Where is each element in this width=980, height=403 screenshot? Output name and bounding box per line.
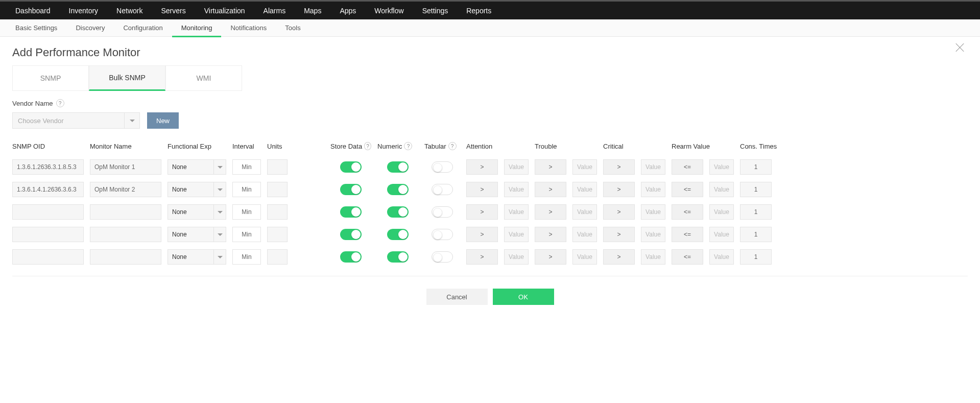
trouble-op-select[interactable]: > <box>535 249 566 265</box>
store-data-toggle[interactable] <box>340 184 362 195</box>
critical-value-input[interactable] <box>641 182 665 197</box>
rearm-value-input[interactable] <box>709 249 734 265</box>
topnav-item[interactable]: Virtualization <box>195 1 254 20</box>
snmp-oid-input[interactable] <box>12 159 84 175</box>
units-input[interactable] <box>267 249 288 265</box>
attention-op-select[interactable]: > <box>466 159 498 175</box>
tabular-toggle[interactable] <box>432 229 453 240</box>
topnav-item[interactable]: Reports <box>457 1 500 20</box>
numeric-toggle[interactable] <box>387 184 409 195</box>
topnav-item[interactable]: Workflow <box>365 1 413 20</box>
topnav-item[interactable]: Inventory <box>60 1 108 20</box>
rearm-value-input[interactable] <box>709 227 734 242</box>
attention-value-input[interactable] <box>504 182 529 197</box>
functional-exp-select[interactable]: None <box>168 204 226 220</box>
rearm-value-input[interactable] <box>709 159 734 175</box>
attention-op-select[interactable]: > <box>466 182 498 197</box>
subnav-item[interactable]: Tools <box>276 19 309 37</box>
store-data-toggle[interactable] <box>340 251 362 263</box>
trouble-value-input[interactable] <box>572 159 597 175</box>
subnav-item[interactable]: Configuration <box>114 19 172 37</box>
ok-button[interactable]: OK <box>493 289 554 305</box>
tab[interactable]: SNMP <box>12 65 89 91</box>
snmp-oid-input[interactable] <box>12 227 84 242</box>
snmp-oid-input[interactable] <box>12 249 84 265</box>
monitor-name-input[interactable] <box>90 227 161 242</box>
topnav-item[interactable]: Servers <box>152 1 195 20</box>
critical-value-input[interactable] <box>641 227 665 242</box>
critical-op-select[interactable]: > <box>603 204 635 220</box>
topnav-item[interactable]: Dashboard <box>6 1 60 20</box>
store-data-toggle[interactable] <box>340 229 362 240</box>
interval-input[interactable]: Min <box>232 182 261 197</box>
rearm-op-select[interactable]: <= <box>672 249 703 265</box>
units-input[interactable] <box>267 182 288 197</box>
help-icon[interactable]: ? <box>404 142 412 150</box>
topnav-item[interactable]: Apps <box>330 1 365 20</box>
monitor-name-input[interactable] <box>90 204 161 220</box>
critical-value-input[interactable] <box>641 204 665 220</box>
topnav-item[interactable]: Alarms <box>254 1 295 20</box>
tab[interactable]: WMI <box>165 65 242 91</box>
tab[interactable]: Bulk SNMP <box>89 65 165 91</box>
critical-value-input[interactable] <box>641 249 665 265</box>
snmp-oid-input[interactable] <box>12 204 84 220</box>
help-icon[interactable]: ? <box>56 99 64 107</box>
critical-value-input[interactable] <box>641 159 665 175</box>
tabular-toggle[interactable] <box>432 184 453 195</box>
subnav-item[interactable]: Monitoring <box>172 19 222 37</box>
rearm-op-select[interactable]: <= <box>672 227 703 242</box>
subnav-item[interactable]: Discovery <box>66 19 114 37</box>
rearm-op-select[interactable]: <= <box>672 204 703 220</box>
trouble-value-input[interactable] <box>572 204 597 220</box>
vendor-select[interactable]: Choose Vendor <box>12 112 140 129</box>
numeric-toggle[interactable] <box>387 206 409 218</box>
attention-op-select[interactable]: > <box>466 227 498 242</box>
cons-times-input[interactable] <box>740 182 772 197</box>
trouble-op-select[interactable]: > <box>535 159 566 175</box>
numeric-toggle[interactable] <box>387 229 409 240</box>
trouble-op-select[interactable]: > <box>535 227 566 242</box>
rearm-value-input[interactable] <box>709 204 734 220</box>
tabular-toggle[interactable] <box>432 161 453 173</box>
store-data-toggle[interactable] <box>340 161 362 173</box>
critical-op-select[interactable]: > <box>603 249 635 265</box>
units-input[interactable] <box>267 159 288 175</box>
attention-op-select[interactable]: > <box>466 204 498 220</box>
tabular-toggle[interactable] <box>432 206 453 218</box>
units-input[interactable] <box>267 204 288 220</box>
critical-op-select[interactable]: > <box>603 182 635 197</box>
store-data-toggle[interactable] <box>340 206 362 218</box>
attention-value-input[interactable] <box>504 204 529 220</box>
cons-times-input[interactable] <box>740 249 772 265</box>
monitor-name-input[interactable] <box>90 249 161 265</box>
monitor-name-input[interactable] <box>90 182 161 197</box>
attention-value-input[interactable] <box>504 227 529 242</box>
tabular-toggle[interactable] <box>432 251 453 263</box>
topnav-item[interactable]: Maps <box>295 1 330 20</box>
help-icon[interactable]: ? <box>448 142 457 150</box>
interval-input[interactable]: Min <box>232 159 261 175</box>
cons-times-input[interactable] <box>740 227 772 242</box>
close-icon[interactable] <box>954 42 966 53</box>
interval-input[interactable]: Min <box>232 249 261 265</box>
attention-value-input[interactable] <box>504 159 529 175</box>
monitor-name-input[interactable] <box>90 159 161 175</box>
cons-times-input[interactable] <box>740 159 772 175</box>
numeric-toggle[interactable] <box>387 251 409 263</box>
functional-exp-select[interactable]: None <box>168 227 226 242</box>
subnav-item[interactable]: Notifications <box>221 19 276 37</box>
trouble-value-input[interactable] <box>572 249 597 265</box>
topnav-item[interactable]: Network <box>107 1 152 20</box>
topnav-item[interactable]: Settings <box>413 1 458 20</box>
units-input[interactable] <box>267 227 288 242</box>
rearm-op-select[interactable]: <= <box>672 182 703 197</box>
functional-exp-select[interactable]: None <box>168 182 226 197</box>
attention-op-select[interactable]: > <box>466 249 498 265</box>
rearm-value-input[interactable] <box>709 182 734 197</box>
trouble-op-select[interactable]: > <box>535 204 566 220</box>
cancel-button[interactable]: Cancel <box>426 289 488 305</box>
critical-op-select[interactable]: > <box>603 159 635 175</box>
interval-input[interactable]: Min <box>232 204 261 220</box>
rearm-op-select[interactable]: <= <box>672 159 703 175</box>
